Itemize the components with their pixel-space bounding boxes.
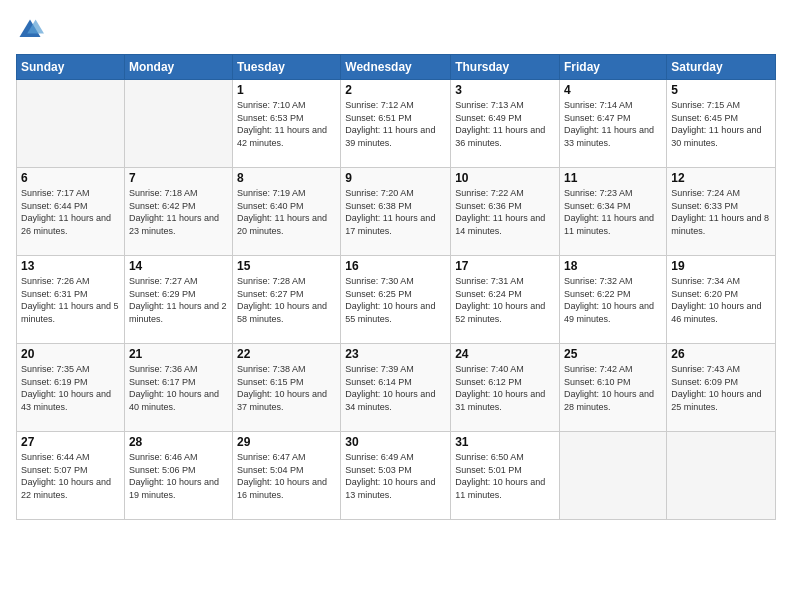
calendar-cell: 16Sunrise: 7:30 AMSunset: 6:25 PMDayligh… bbox=[341, 256, 451, 344]
day-number: 17 bbox=[455, 259, 555, 273]
calendar-cell: 9Sunrise: 7:20 AMSunset: 6:38 PMDaylight… bbox=[341, 168, 451, 256]
day-info: Sunrise: 7:32 AMSunset: 6:22 PMDaylight:… bbox=[564, 275, 662, 325]
day-number: 14 bbox=[129, 259, 228, 273]
day-info: Sunrise: 6:46 AMSunset: 5:06 PMDaylight:… bbox=[129, 451, 228, 501]
weekday-header: Saturday bbox=[667, 55, 776, 80]
day-info: Sunrise: 7:39 AMSunset: 6:14 PMDaylight:… bbox=[345, 363, 446, 413]
day-number: 9 bbox=[345, 171, 446, 185]
calendar-cell: 21Sunrise: 7:36 AMSunset: 6:17 PMDayligh… bbox=[124, 344, 232, 432]
calendar-cell: 7Sunrise: 7:18 AMSunset: 6:42 PMDaylight… bbox=[124, 168, 232, 256]
day-info: Sunrise: 6:44 AMSunset: 5:07 PMDaylight:… bbox=[21, 451, 120, 501]
weekday-header: Tuesday bbox=[233, 55, 341, 80]
weekday-header: Friday bbox=[560, 55, 667, 80]
day-info: Sunrise: 7:31 AMSunset: 6:24 PMDaylight:… bbox=[455, 275, 555, 325]
day-number: 12 bbox=[671, 171, 771, 185]
weekday-header-row: SundayMondayTuesdayWednesdayThursdayFrid… bbox=[17, 55, 776, 80]
day-info: Sunrise: 7:30 AMSunset: 6:25 PMDaylight:… bbox=[345, 275, 446, 325]
calendar-cell: 20Sunrise: 7:35 AMSunset: 6:19 PMDayligh… bbox=[17, 344, 125, 432]
day-number: 21 bbox=[129, 347, 228, 361]
day-info: Sunrise: 6:49 AMSunset: 5:03 PMDaylight:… bbox=[345, 451, 446, 501]
calendar-week: 1Sunrise: 7:10 AMSunset: 6:53 PMDaylight… bbox=[17, 80, 776, 168]
day-info: Sunrise: 7:36 AMSunset: 6:17 PMDaylight:… bbox=[129, 363, 228, 413]
calendar-cell bbox=[667, 432, 776, 520]
calendar-cell: 18Sunrise: 7:32 AMSunset: 6:22 PMDayligh… bbox=[560, 256, 667, 344]
calendar-cell: 13Sunrise: 7:26 AMSunset: 6:31 PMDayligh… bbox=[17, 256, 125, 344]
day-number: 23 bbox=[345, 347, 446, 361]
day-info: Sunrise: 7:28 AMSunset: 6:27 PMDaylight:… bbox=[237, 275, 336, 325]
day-number: 29 bbox=[237, 435, 336, 449]
day-info: Sunrise: 7:38 AMSunset: 6:15 PMDaylight:… bbox=[237, 363, 336, 413]
day-info: Sunrise: 7:19 AMSunset: 6:40 PMDaylight:… bbox=[237, 187, 336, 237]
calendar-cell: 25Sunrise: 7:42 AMSunset: 6:10 PMDayligh… bbox=[560, 344, 667, 432]
day-info: Sunrise: 7:42 AMSunset: 6:10 PMDaylight:… bbox=[564, 363, 662, 413]
day-info: Sunrise: 7:24 AMSunset: 6:33 PMDaylight:… bbox=[671, 187, 771, 237]
day-info: Sunrise: 7:34 AMSunset: 6:20 PMDaylight:… bbox=[671, 275, 771, 325]
calendar-cell: 4Sunrise: 7:14 AMSunset: 6:47 PMDaylight… bbox=[560, 80, 667, 168]
day-number: 20 bbox=[21, 347, 120, 361]
header bbox=[16, 16, 776, 44]
calendar-cell: 14Sunrise: 7:27 AMSunset: 6:29 PMDayligh… bbox=[124, 256, 232, 344]
calendar-cell: 1Sunrise: 7:10 AMSunset: 6:53 PMDaylight… bbox=[233, 80, 341, 168]
day-info: Sunrise: 7:12 AMSunset: 6:51 PMDaylight:… bbox=[345, 99, 446, 149]
day-number: 31 bbox=[455, 435, 555, 449]
day-number: 13 bbox=[21, 259, 120, 273]
day-info: Sunrise: 7:43 AMSunset: 6:09 PMDaylight:… bbox=[671, 363, 771, 413]
calendar-cell: 8Sunrise: 7:19 AMSunset: 6:40 PMDaylight… bbox=[233, 168, 341, 256]
calendar-cell: 31Sunrise: 6:50 AMSunset: 5:01 PMDayligh… bbox=[451, 432, 560, 520]
day-info: Sunrise: 7:14 AMSunset: 6:47 PMDaylight:… bbox=[564, 99, 662, 149]
calendar-cell bbox=[560, 432, 667, 520]
day-info: Sunrise: 6:50 AMSunset: 5:01 PMDaylight:… bbox=[455, 451, 555, 501]
calendar-cell bbox=[124, 80, 232, 168]
calendar-cell: 10Sunrise: 7:22 AMSunset: 6:36 PMDayligh… bbox=[451, 168, 560, 256]
calendar-cell: 19Sunrise: 7:34 AMSunset: 6:20 PMDayligh… bbox=[667, 256, 776, 344]
day-info: Sunrise: 7:20 AMSunset: 6:38 PMDaylight:… bbox=[345, 187, 446, 237]
calendar-cell: 2Sunrise: 7:12 AMSunset: 6:51 PMDaylight… bbox=[341, 80, 451, 168]
day-number: 5 bbox=[671, 83, 771, 97]
weekday-header: Sunday bbox=[17, 55, 125, 80]
day-number: 18 bbox=[564, 259, 662, 273]
day-number: 28 bbox=[129, 435, 228, 449]
calendar-cell: 24Sunrise: 7:40 AMSunset: 6:12 PMDayligh… bbox=[451, 344, 560, 432]
day-number: 3 bbox=[455, 83, 555, 97]
day-info: Sunrise: 7:40 AMSunset: 6:12 PMDaylight:… bbox=[455, 363, 555, 413]
day-info: Sunrise: 7:22 AMSunset: 6:36 PMDaylight:… bbox=[455, 187, 555, 237]
day-number: 30 bbox=[345, 435, 446, 449]
day-number: 11 bbox=[564, 171, 662, 185]
day-info: Sunrise: 7:26 AMSunset: 6:31 PMDaylight:… bbox=[21, 275, 120, 325]
calendar-cell: 26Sunrise: 7:43 AMSunset: 6:09 PMDayligh… bbox=[667, 344, 776, 432]
day-number: 19 bbox=[671, 259, 771, 273]
calendar-week: 13Sunrise: 7:26 AMSunset: 6:31 PMDayligh… bbox=[17, 256, 776, 344]
calendar-cell: 22Sunrise: 7:38 AMSunset: 6:15 PMDayligh… bbox=[233, 344, 341, 432]
day-info: Sunrise: 7:13 AMSunset: 6:49 PMDaylight:… bbox=[455, 99, 555, 149]
day-number: 27 bbox=[21, 435, 120, 449]
calendar-cell: 29Sunrise: 6:47 AMSunset: 5:04 PMDayligh… bbox=[233, 432, 341, 520]
day-number: 7 bbox=[129, 171, 228, 185]
day-number: 10 bbox=[455, 171, 555, 185]
day-info: Sunrise: 7:10 AMSunset: 6:53 PMDaylight:… bbox=[237, 99, 336, 149]
calendar-cell: 28Sunrise: 6:46 AMSunset: 5:06 PMDayligh… bbox=[124, 432, 232, 520]
day-info: Sunrise: 7:15 AMSunset: 6:45 PMDaylight:… bbox=[671, 99, 771, 149]
weekday-header: Wednesday bbox=[341, 55, 451, 80]
day-info: Sunrise: 7:18 AMSunset: 6:42 PMDaylight:… bbox=[129, 187, 228, 237]
day-number: 8 bbox=[237, 171, 336, 185]
calendar-cell: 12Sunrise: 7:24 AMSunset: 6:33 PMDayligh… bbox=[667, 168, 776, 256]
day-info: Sunrise: 6:47 AMSunset: 5:04 PMDaylight:… bbox=[237, 451, 336, 501]
day-number: 25 bbox=[564, 347, 662, 361]
day-number: 15 bbox=[237, 259, 336, 273]
day-number: 16 bbox=[345, 259, 446, 273]
calendar-cell: 5Sunrise: 7:15 AMSunset: 6:45 PMDaylight… bbox=[667, 80, 776, 168]
calendar-cell: 27Sunrise: 6:44 AMSunset: 5:07 PMDayligh… bbox=[17, 432, 125, 520]
calendar-cell: 3Sunrise: 7:13 AMSunset: 6:49 PMDaylight… bbox=[451, 80, 560, 168]
calendar-cell: 11Sunrise: 7:23 AMSunset: 6:34 PMDayligh… bbox=[560, 168, 667, 256]
day-number: 24 bbox=[455, 347, 555, 361]
calendar-week: 6Sunrise: 7:17 AMSunset: 6:44 PMDaylight… bbox=[17, 168, 776, 256]
calendar-cell: 17Sunrise: 7:31 AMSunset: 6:24 PMDayligh… bbox=[451, 256, 560, 344]
day-number: 2 bbox=[345, 83, 446, 97]
day-info: Sunrise: 7:35 AMSunset: 6:19 PMDaylight:… bbox=[21, 363, 120, 413]
weekday-header: Monday bbox=[124, 55, 232, 80]
calendar-cell: 30Sunrise: 6:49 AMSunset: 5:03 PMDayligh… bbox=[341, 432, 451, 520]
page: SundayMondayTuesdayWednesdayThursdayFrid… bbox=[0, 0, 792, 612]
day-number: 6 bbox=[21, 171, 120, 185]
day-info: Sunrise: 7:27 AMSunset: 6:29 PMDaylight:… bbox=[129, 275, 228, 325]
calendar: SundayMondayTuesdayWednesdayThursdayFrid… bbox=[16, 54, 776, 520]
